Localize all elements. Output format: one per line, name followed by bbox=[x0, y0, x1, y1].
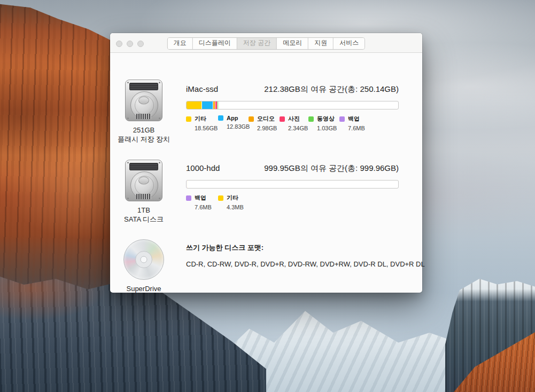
legend-value: 7.6MB bbox=[348, 125, 365, 131]
legend-label: 동영상 bbox=[317, 115, 335, 123]
tab-support[interactable]: 지원 bbox=[308, 38, 334, 49]
swatch-photos bbox=[280, 116, 285, 122]
legend-item-movies: 동영상 1.03GB bbox=[308, 115, 339, 131]
legend-item-app: App 12.83GB bbox=[218, 115, 249, 131]
hdd-hub bbox=[138, 177, 149, 185]
swatch-movies bbox=[308, 116, 314, 122]
internal-hard-drive-icon bbox=[125, 160, 162, 201]
cd-disc-icon bbox=[123, 239, 164, 280]
disk1-details: iMac-ssd 212.38GB의 여유 공간(총: 250.14GB) 기타… bbox=[186, 84, 399, 131]
legend-value: 12.83GB bbox=[227, 123, 249, 130]
disk1-type: 플래시 저장 장치 bbox=[114, 135, 173, 144]
tab-bar: 개요 디스플레이 저장 공간 메모리 지원 서비스 bbox=[167, 37, 365, 50]
writable-formats-title: 쓰기 가능한 디스크 포맷: bbox=[186, 243, 399, 253]
legend-label: 기타 bbox=[195, 115, 206, 123]
superdrive-details: 쓰기 가능한 디스크 포맷: CD-R, CD-RW, DVD-R, DVD+R… bbox=[186, 243, 399, 268]
storage-pane: 251GB 플래시 저장 장치 iMac-ssd 212.38GB의 여유 공간… bbox=[110, 53, 422, 293]
legend-item-other: 기타 4.3MB bbox=[218, 194, 244, 210]
close-button[interactable] bbox=[116, 41, 122, 47]
hdd-label-strip bbox=[129, 163, 158, 170]
legend-item-audio: 오디오 2.98GB bbox=[249, 115, 280, 131]
disk1-name: iMac-ssd bbox=[186, 84, 218, 93]
legend-label: App bbox=[227, 115, 238, 121]
hdd-screw bbox=[127, 117, 129, 119]
tab-overview[interactable]: 개요 bbox=[168, 38, 193, 49]
disk2-caption: 1TB SATA 디스크 bbox=[114, 206, 173, 224]
disk2-legend: 백업 7.6MB 기타 4.3MB bbox=[186, 194, 399, 210]
disk1-capacity: 251GB bbox=[114, 126, 173, 135]
disk2-icon-column: 1TB SATA 디스크 bbox=[114, 160, 173, 224]
internal-hard-drive-icon bbox=[125, 80, 162, 121]
swatch-backup bbox=[339, 116, 345, 122]
hdd-hub bbox=[138, 97, 149, 105]
disk2-title-row: 1000-hdd 999.95GB의 여유 공간(총: 999.96GB) bbox=[186, 163, 399, 174]
disk1-legend: 기타 18.56GB App 12.83GB 오디오 2.98GB 사진 2.3… bbox=[186, 115, 399, 131]
storage-segment-other bbox=[187, 181, 188, 188]
tab-displays[interactable]: 디스플레이 bbox=[193, 38, 237, 49]
hdd-screw bbox=[159, 162, 160, 163]
disk1-free-space: 212.38GB의 여유 공간(총: 250.14GB) bbox=[264, 84, 399, 95]
disk2-details: 1000-hdd 999.95GB의 여유 공간(총: 999.96GB) 백업… bbox=[186, 163, 399, 210]
swatch-app bbox=[218, 115, 223, 121]
storage-segment-app bbox=[202, 101, 213, 109]
disk1-title-row: iMac-ssd 212.38GB의 여유 공간(총: 250.14GB) bbox=[186, 84, 399, 95]
disk2-name: 1000-hdd bbox=[186, 163, 220, 173]
tab-storage[interactable]: 저장 공간 bbox=[237, 38, 277, 49]
hdd-screw bbox=[127, 162, 129, 163]
tab-memory[interactable]: 메모리 bbox=[277, 38, 308, 49]
superdrive-name: SuperDrive bbox=[114, 284, 173, 293]
hdd-label-strip bbox=[129, 83, 158, 90]
swatch-other bbox=[186, 116, 191, 122]
hdd-screw bbox=[127, 198, 129, 199]
tab-service[interactable]: 서비스 bbox=[334, 38, 365, 49]
storage-segment-backup bbox=[219, 101, 219, 109]
legend-value: 18.56GB bbox=[195, 125, 218, 131]
swatch-audio bbox=[249, 116, 254, 122]
writable-formats-list: CD-R, CD-RW, DVD-R, DVD+R, DVD-RW, DVD+R… bbox=[186, 260, 399, 268]
legend-item-backup: 백업 7.6MB bbox=[186, 194, 218, 210]
hdd-vents bbox=[136, 114, 151, 119]
swatch-backup bbox=[186, 195, 191, 201]
legend-item-backup: 백업 7.6MB bbox=[339, 115, 365, 131]
disk2-free-space: 999.95GB의 여유 공간(총: 999.96GB) bbox=[264, 163, 399, 174]
traffic-lights bbox=[116, 41, 144, 47]
disk1-usage-bar bbox=[186, 101, 399, 109]
swatch-other bbox=[218, 195, 223, 201]
legend-item-photos: 사진 2.34GB bbox=[280, 115, 308, 131]
disk1-icon-column: 251GB 플래시 저장 장치 bbox=[114, 80, 173, 144]
legend-value: 2.98GB bbox=[257, 125, 280, 131]
hdd-screw bbox=[159, 82, 160, 83]
hdd-screw bbox=[159, 198, 160, 199]
legend-value: 4.3MB bbox=[227, 204, 244, 210]
legend-label: 오디오 bbox=[257, 115, 275, 123]
superdrive-caption: SuperDrive bbox=[114, 284, 173, 293]
about-this-mac-window: 개요 디스플레이 저장 공간 메모리 지원 서비스 251GB 플래시 저장 bbox=[110, 33, 422, 293]
disk2-capacity: 1TB bbox=[114, 206, 173, 215]
legend-value: 7.6MB bbox=[195, 204, 218, 210]
legend-label: 기타 bbox=[227, 194, 238, 202]
minimize-button[interactable] bbox=[127, 41, 133, 47]
legend-label: 백업 bbox=[195, 194, 206, 202]
disk1-caption: 251GB 플래시 저장 장치 bbox=[114, 126, 173, 144]
legend-value: 2.34GB bbox=[288, 125, 308, 131]
legend-label: 백업 bbox=[348, 115, 360, 123]
storage-segment-other bbox=[187, 101, 202, 109]
hdd-screw bbox=[127, 82, 129, 83]
titlebar: 개요 디스플레이 저장 공간 메모리 지원 서비스 bbox=[110, 33, 422, 53]
legend-label: 사진 bbox=[288, 115, 300, 123]
hdd-screw bbox=[159, 117, 160, 119]
legend-item-other: 기타 18.56GB bbox=[186, 115, 218, 131]
disk2-type: SATA 디스크 bbox=[114, 215, 173, 224]
zoom-button[interactable] bbox=[137, 41, 144, 47]
legend-value: 1.03GB bbox=[317, 125, 339, 131]
superdrive-icon-column: SuperDrive bbox=[114, 239, 173, 293]
hdd-vents bbox=[136, 194, 151, 199]
disk2-usage-bar bbox=[186, 180, 399, 189]
